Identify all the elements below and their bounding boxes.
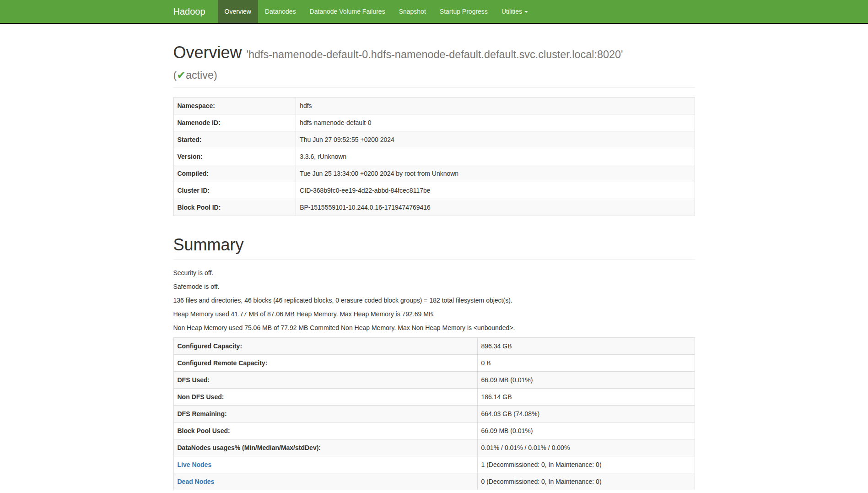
row-value: hdfs	[296, 98, 695, 114]
top-navbar: Hadoop Overview Datanodes Datanode Volum…	[0, 0, 868, 24]
table-row: Non DFS Used: 186.14 GB	[173, 388, 695, 405]
row-value: Tue Jun 25 13:34:00 +0200 2024 by root f…	[296, 165, 695, 182]
table-row: Cluster ID: CID-368b9fc0-ee19-4d22-abbd-…	[173, 182, 695, 199]
row-label: Namenode ID:	[173, 114, 296, 131]
dead-nodes-link[interactable]: Dead Nodes	[178, 478, 215, 485]
row-label: DFS Remaining:	[173, 405, 477, 422]
table-row: Compiled: Tue Jun 25 13:34:00 +0200 2024…	[173, 165, 695, 182]
summary-title: Summary	[173, 234, 695, 255]
row-value: 66.09 MB (0.01%)	[477, 371, 695, 388]
nav-tab-startup-progress[interactable]: Startup Progress	[433, 0, 495, 23]
row-value: 0.01% / 0.01% / 0.01% / 0.00%	[477, 439, 695, 456]
caret-down-icon	[524, 11, 528, 13]
table-row: DFS Used: 66.09 MB (0.01%)	[173, 371, 695, 388]
summary-table: Configured Capacity: 896.34 GB Configure…	[173, 337, 695, 490]
nav-tab-datanodes[interactable]: Datanodes	[258, 0, 303, 23]
table-row: Configured Remote Capacity: 0 B	[173, 354, 695, 371]
namenode-state: active)	[186, 69, 217, 81]
row-label: Non DFS Used:	[173, 388, 477, 405]
nav-tab-overview[interactable]: Overview	[218, 0, 258, 23]
row-label: Compiled:	[173, 165, 296, 182]
nav-tab-datanode-volume-failures[interactable]: Datanode Volume Failures	[303, 0, 392, 23]
page-title-text: Overview	[173, 43, 242, 62]
nav-dropdown-utilities[interactable]: Utilities	[495, 0, 535, 23]
row-value: 0 (Decommissioned: 0, In Maintenance: 0)	[477, 473, 695, 490]
row-value: 664.03 GB (74.08%)	[477, 405, 695, 422]
security-status-text: Security is off.	[173, 269, 695, 278]
overview-page-header: Overview 'hdfs-namenode-default-0.hdfs-n…	[173, 42, 695, 88]
namenode-info-table: Namespace: hdfs Namenode ID: hdfs-nameno…	[173, 97, 695, 216]
row-value: BP-1515559101-10.244.0.16-1719474769416	[296, 199, 695, 216]
page-title: Overview 'hdfs-namenode-default-0.hdfs-n…	[173, 42, 695, 83]
live-nodes-link[interactable]: Live Nodes	[178, 461, 212, 468]
table-row: Live Nodes 1 (Decommissioned: 0, In Main…	[173, 456, 695, 473]
row-value: 0 B	[477, 354, 695, 371]
heap-memory-text: Heap Memory used 41.77 MB of 87.06 MB He…	[173, 310, 695, 319]
table-row: DataNodes usages% (Min/Median/Max/stdDev…	[173, 439, 695, 456]
table-row: Dead Nodes 0 (Decommissioned: 0, In Main…	[173, 473, 695, 490]
row-value: 66.09 MB (0.01%)	[477, 422, 695, 439]
row-label: Started:	[173, 131, 296, 148]
row-value: Thu Jun 27 09:52:55 +0200 2024	[296, 131, 695, 148]
row-value: 186.14 GB	[477, 388, 695, 405]
table-row: Started: Thu Jun 27 09:52:55 +0200 2024	[173, 131, 695, 148]
row-value: 3.3.6, rUnknown	[296, 148, 695, 165]
row-value: 1 (Decommissioned: 0, In Maintenance: 0)	[477, 456, 695, 473]
row-value: CID-368b9fc0-ee19-4d22-abbd-84fcec8117be	[296, 182, 695, 199]
brand-hadoop[interactable]: Hadoop	[167, 0, 212, 23]
row-label: Block Pool ID:	[173, 199, 296, 216]
row-label: Version:	[173, 148, 296, 165]
nav-tab-snapshot[interactable]: Snapshot	[392, 0, 433, 23]
main-nav: Overview Datanodes Datanode Volume Failu…	[218, 0, 535, 23]
table-row: DFS Remaining: 664.03 GB (74.08%)	[173, 405, 695, 422]
summary-section-header: Summary	[173, 234, 695, 260]
non-heap-memory-text: Non Heap Memory used 75.06 MB of 77.92 M…	[173, 324, 695, 333]
row-label: Cluster ID:	[173, 182, 296, 199]
row-label: Configured Capacity:	[173, 337, 477, 354]
row-label: Configured Remote Capacity:	[173, 354, 477, 371]
table-row: Block Pool ID: BP-1515559101-10.244.0.16…	[173, 199, 695, 216]
table-row: Namenode ID: hdfs-namenode-default-0	[173, 114, 695, 131]
row-label: DFS Used:	[173, 371, 477, 388]
row-value: 896.34 GB	[477, 337, 695, 354]
filesystem-objects-text: 136 files and directories, 46 blocks (46…	[173, 296, 695, 305]
table-row: Version: 3.3.6, rUnknown	[173, 148, 695, 165]
row-label: Dead Nodes	[173, 473, 477, 490]
row-value: hdfs-namenode-default-0	[296, 114, 695, 131]
table-row: Namespace: hdfs	[173, 98, 695, 114]
row-label: Block Pool Used:	[173, 422, 477, 439]
row-label: Namespace:	[173, 98, 296, 114]
table-row: Configured Capacity: 896.34 GB	[173, 337, 695, 354]
row-label: Live Nodes	[173, 456, 477, 473]
check-icon: ✔	[177, 69, 186, 81]
table-row: Block Pool Used: 66.09 MB (0.01%)	[173, 422, 695, 439]
row-label: DataNodes usages% (Min/Median/Max/stdDev…	[173, 439, 477, 456]
safemode-status-text: Safemode is off.	[173, 282, 695, 292]
